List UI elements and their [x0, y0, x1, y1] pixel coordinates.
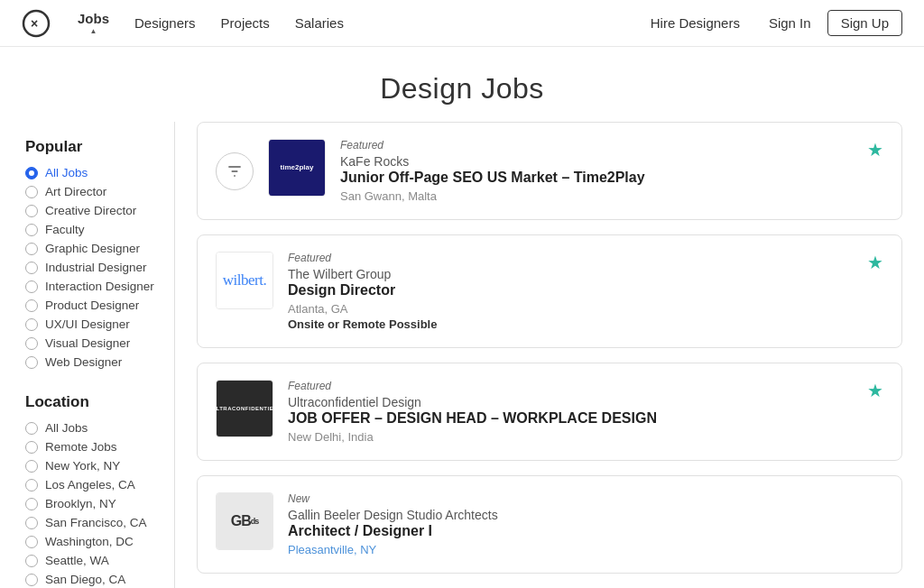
job-company-3: Gallin Beeler Design Studio Archtects — [288, 508, 883, 522]
logo-wilbert: wilbert. — [217, 252, 273, 309]
sidebar-item-loc-brooklyn[interactable]: Brooklyn, NY — [22, 494, 165, 513]
radio-interaction-designer — [25, 280, 38, 293]
job-title-3: Architect / Designer I — [288, 523, 883, 539]
radio-loc-sanfrancisco — [25, 517, 38, 529]
radio-loc-brooklyn — [25, 498, 38, 510]
radio-loc-all — [25, 422, 38, 435]
sidebar-item-uxui-designer[interactable]: UX/UI Designer — [22, 315, 165, 334]
sidebar: Popular All Jobs Art Director Creative D… — [22, 122, 175, 588]
sidebar-item-interaction-designer[interactable]: Interaction Designer — [22, 277, 165, 296]
job-card-2[interactable]: ULTRACONFIDENTIEL Featured Ultraconfiden… — [197, 363, 902, 461]
site-logo[interactable]: × — [22, 9, 51, 38]
job-remote-1: Onsite or Remote Possible — [288, 317, 883, 331]
job-title-1: Design Director — [288, 282, 883, 299]
logo-gbds: GBds — [217, 492, 273, 550]
job-title-2: JOB OFFER – DESIGN HEAD – WORKPLACE DESI… — [288, 410, 883, 427]
radio-loc-sandiego — [25, 574, 38, 586]
sidebar-item-art-director[interactable]: Art Director — [22, 182, 165, 201]
sidebar-item-loc-remote[interactable]: Remote Jobs — [22, 437, 165, 456]
logo-time2play: time2play — [269, 139, 325, 197]
job-company-2: Ultraconfidentiel Design — [288, 395, 883, 409]
sidebar-item-graphic-designer[interactable]: Graphic Designer — [22, 239, 165, 258]
job-company-1: The Wilbert Group — [288, 267, 883, 281]
job-title-0: Junior Off-Page SEO US Market – Time2Pla… — [340, 170, 883, 186]
sidebar-item-industrial-designer[interactable]: Industrial Designer — [22, 258, 165, 277]
nav-left: Jobs ▲ Designers Projects Salaries — [67, 5, 355, 41]
job-location-3: Pleasantville, NY — [288, 543, 883, 556]
nav-right: Hire Designers Sign In Sign Up — [638, 10, 902, 36]
radio-faculty — [25, 224, 38, 236]
job-card-1[interactable]: wilbert. Featured The Wilbert Group Desi… — [197, 234, 902, 348]
navbar: × Jobs ▲ Designers Projects Salaries Hir… — [0, 0, 924, 47]
job-card-body-2: Featured Ultraconfidentiel Design JOB OF… — [288, 380, 883, 444]
radio-loc-newyork — [25, 460, 38, 473]
job-logo-2: ULTRACONFIDENTIEL — [216, 380, 273, 437]
page-layout: Popular All Jobs Art Director Creative D… — [0, 122, 924, 588]
sidebar-popular-title: Popular — [25, 138, 165, 156]
page-title: Design Jobs — [0, 72, 924, 106]
job-card-0[interactable]: time2play Featured KaFe Rocks Junior Off… — [197, 122, 902, 220]
nav-hire-designers[interactable]: Hire Designers — [638, 10, 753, 36]
filter-icon[interactable] — [216, 152, 254, 190]
radio-creative-director — [25, 205, 38, 217]
sidebar-item-loc-washington[interactable]: Washington, DC — [22, 532, 165, 551]
radio-art-director — [25, 186, 38, 198]
sidebar-item-loc-all[interactable]: All Jobs — [22, 418, 165, 437]
sidebar-item-faculty[interactable]: Faculty — [22, 220, 165, 239]
job-badge-3: New — [288, 492, 883, 505]
sidebar-item-loc-losangeles[interactable]: Los Angeles, CA — [22, 475, 165, 494]
radio-visual-designer — [25, 337, 38, 350]
job-location-2: New Delhi, India — [288, 430, 883, 444]
job-star-0[interactable]: ★ — [867, 139, 883, 161]
job-star-1[interactable]: ★ — [867, 252, 883, 273]
job-company-0: KaFe Rocks — [340, 154, 883, 169]
logo-ultraconfidentiel: ULTRACONFIDENTIEL — [216, 380, 273, 437]
job-star-2[interactable]: ★ — [867, 380, 883, 401]
job-location-0: San Gwann, Malta — [340, 189, 883, 203]
nav-sign-up[interactable]: Sign Up — [827, 10, 902, 36]
nav-salaries[interactable]: Salaries — [284, 10, 355, 36]
radio-loc-remote — [25, 441, 38, 454]
sidebar-item-loc-sanfrancisco[interactable]: San Francisco, CA — [22, 513, 165, 532]
sidebar-item-all-jobs[interactable]: All Jobs — [22, 163, 165, 182]
radio-all-jobs — [25, 167, 38, 179]
job-card-body-1: Featured The Wilbert Group Design Direct… — [288, 252, 883, 331]
radio-web-designer — [25, 356, 38, 369]
job-card-body-3: New Gallin Beeler Design Studio Archtect… — [288, 492, 883, 556]
job-badge-2: Featured — [288, 380, 883, 392]
svg-text:×: × — [31, 16, 38, 31]
sidebar-item-creative-director[interactable]: Creative Director — [22, 201, 165, 220]
sidebar-item-loc-sandiego[interactable]: San Diego, CA — [22, 570, 165, 588]
sidebar-item-web-designer[interactable]: Web Designer — [22, 353, 165, 372]
nav-sign-in[interactable]: Sign In — [756, 10, 824, 36]
sidebar-location-title: Location — [25, 393, 165, 411]
sidebar-item-loc-newyork[interactable]: New York, NY — [22, 456, 165, 475]
radio-loc-seattle — [25, 555, 38, 567]
radio-loc-washington — [25, 536, 38, 548]
job-badge-0: Featured — [340, 139, 883, 152]
sidebar-item-loc-seattle[interactable]: Seattle, WA — [22, 551, 165, 570]
job-logo-3: GBds — [216, 492, 273, 550]
job-logo-0: time2play — [268, 139, 326, 197]
job-card-3[interactable]: GBds New Gallin Beeler Design Studio Arc… — [197, 475, 902, 574]
radio-loc-losangeles — [25, 479, 38, 492]
job-list: time2play Featured KaFe Rocks Junior Off… — [175, 122, 902, 588]
jobs-caret-icon: ▲ — [90, 27, 97, 35]
page-title-wrap: Design Jobs — [0, 47, 924, 122]
job-logo-1: wilbert. — [216, 252, 273, 309]
job-badge-1: Featured — [288, 252, 883, 264]
job-location-1: Atlanta, GA — [288, 302, 883, 316]
nav-jobs[interactable]: Jobs ▲ — [67, 5, 120, 41]
radio-product-designer — [25, 299, 38, 312]
nav-projects[interactable]: Projects — [210, 10, 281, 36]
job-card-body-0: Featured KaFe Rocks Junior Off-Page SEO … — [340, 139, 883, 203]
radio-graphic-designer — [25, 243, 38, 255]
sidebar-item-visual-designer[interactable]: Visual Designer — [22, 334, 165, 353]
radio-industrial-designer — [25, 262, 38, 274]
radio-uxui-designer — [25, 318, 38, 331]
sidebar-item-product-designer[interactable]: Product Designer — [22, 296, 165, 315]
nav-designers[interactable]: Designers — [124, 10, 207, 36]
